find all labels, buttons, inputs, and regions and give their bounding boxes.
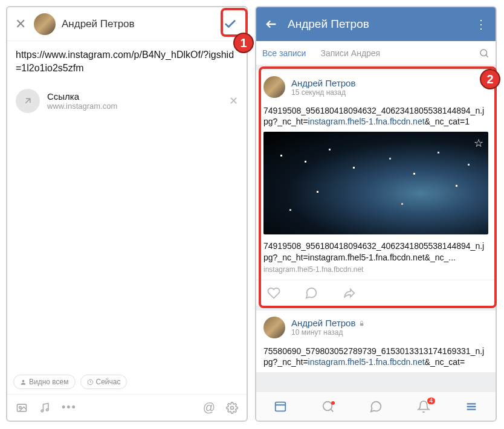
nav-messages-icon[interactable] [369, 400, 383, 413]
close-icon[interactable]: ✕ [13, 16, 28, 32]
compose-screen: ✕ Андрей Петров https://www.instagram.co… [6, 6, 248, 422]
nav-discover-icon[interactable] [321, 400, 335, 413]
feed-post: Андрей Петров 10 минут назад 75580690_57… [256, 311, 496, 372]
nav-news-icon[interactable] [274, 400, 287, 413]
compose-textarea[interactable]: https://www.instagram.com/p/B4Ny_hDlkOf/… [7, 41, 247, 83]
svg-point-1 [22, 379, 25, 382]
menu-dots-icon[interactable]: ⋮ [475, 17, 487, 31]
link-title: Ссылка [47, 91, 222, 102]
svg-point-5 [41, 410, 43, 411]
compose-toolbar: ••• @ [7, 394, 247, 421]
link-attachment: Ссылка www.instagram.com ✕ [7, 83, 247, 119]
svg-line-15 [331, 409, 333, 411]
remove-link-icon[interactable]: ✕ [229, 94, 238, 108]
back-icon[interactable] [265, 18, 278, 31]
notification-badge: 4 [427, 398, 436, 404]
search-icon[interactable] [479, 48, 489, 59]
tab-all[interactable]: Все записи [262, 48, 306, 58]
svg-point-4 [19, 406, 21, 408]
callout-number-2: 2 [480, 69, 500, 89]
share-icon[interactable] [342, 286, 357, 300]
tab-user[interactable]: Записи Андрея [320, 48, 380, 58]
post-header: Андрей Петров 15 секунд назад [256, 70, 496, 104]
post-image[interactable]: ☆ [263, 132, 488, 234]
post-actions [256, 280, 496, 306]
post-author[interactable]: Андрей Петров [291, 78, 355, 88]
compose-header: ✕ Андрей Петров [7, 7, 247, 41]
settings-icon[interactable] [226, 402, 238, 414]
avatar[interactable] [34, 13, 56, 35]
visibility-label: Видно всем [29, 378, 69, 386]
svg-line-10 [486, 55, 488, 57]
feed-tabs: Все записи Записи Андрея [256, 41, 496, 65]
schedule-pill[interactable]: Сейчас [80, 375, 128, 389]
nav-menu-icon[interactable] [465, 400, 478, 413]
photo-icon[interactable] [16, 402, 28, 414]
link-preview-host: instagram.fhel5-1.fna.fbcdn.net [256, 265, 496, 280]
post-text: 75580690_579803052789739_615301331317416… [256, 344, 496, 372]
post-time: 10 минут назад [291, 328, 365, 337]
nav-notifications-icon[interactable]: 4 [417, 400, 430, 413]
link-preview-text[interactable]: 74919508_956180418094632_406234180553814… [256, 234, 496, 265]
more-icon[interactable]: ••• [62, 401, 77, 414]
bottom-nav: 4 [256, 392, 496, 421]
svg-point-9 [480, 50, 487, 56]
svg-point-6 [47, 408, 48, 410]
avatar[interactable] [263, 317, 285, 338]
post-author[interactable]: Андрей Петров [291, 318, 365, 328]
star-icon[interactable]: ☆ [474, 137, 483, 150]
post-text: 74919508_956180418094632_406234180553814… [256, 104, 496, 132]
music-icon[interactable] [39, 402, 51, 414]
callout-number-1: 1 [233, 33, 254, 53]
link-icon [16, 89, 40, 113]
svg-rect-12 [275, 402, 285, 411]
svg-line-0 [25, 98, 30, 103]
post-time: 15 секунд назад [291, 88, 355, 97]
schedule-label: Сейчас [96, 378, 121, 386]
svg-point-14 [323, 401, 332, 410]
like-icon[interactable] [267, 286, 280, 300]
svg-point-7 [231, 406, 234, 409]
feed-header: Андрей Петров ⋮ [256, 7, 496, 41]
visibility-row: Видно всем Сейчас [7, 370, 247, 394]
submit-check-icon[interactable] [224, 18, 241, 31]
visibility-pill[interactable]: Видно всем [13, 375, 76, 389]
feed-screen: Андрей Петров ⋮ Все записи Записи Андрея… [255, 6, 497, 422]
comment-icon[interactable] [305, 286, 318, 300]
avatar[interactable] [263, 76, 285, 98]
mention-icon[interactable]: @ [203, 401, 215, 414]
svg-rect-11 [360, 323, 363, 326]
link-host: www.instagram.com [47, 102, 222, 111]
inline-link[interactable]: instagram.fhel5-1.fna.fbcdn.net [308, 357, 425, 367]
feed-post: Андрей Петров 15 секунд назад 74919508_9… [256, 70, 496, 306]
inline-link[interactable]: instagram.fhel5-1.fna.fbcdn.net [308, 117, 425, 126]
compose-author-name: Андрей Петров [62, 18, 218, 30]
feed-title: Андрей Петров [288, 18, 465, 31]
post-header: Андрей Петров 10 минут назад [256, 311, 496, 344]
feed-list: Андрей Петров 15 секунд назад 74919508_9… [256, 65, 496, 392]
